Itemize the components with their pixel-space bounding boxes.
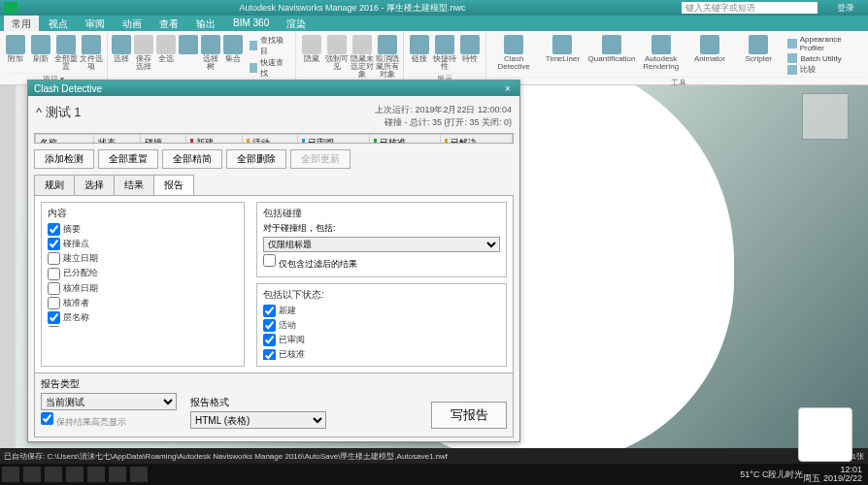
view-cube[interactable] xyxy=(802,93,849,140)
login-link[interactable]: 登录 xyxy=(837,2,854,15)
add-test-button[interactable]: 添加检测 xyxy=(34,149,94,169)
close-icon[interactable]: × xyxy=(502,83,514,94)
subtab[interactable]: 规则 xyxy=(34,175,75,195)
report-type-combo[interactable]: 当前测试 xyxy=(41,393,177,410)
ribbon-button[interactable]: 隐藏 xyxy=(300,33,323,81)
panel-title: Clash Detective xyxy=(34,83,102,94)
compact-all-button[interactable]: 全部精简 xyxy=(162,149,222,169)
tests-grid[interactable]: 名称状态碰撞新建活动已审阅已核准已解决测试 1完成35350000 xyxy=(34,133,514,144)
windows-taskbar[interactable]: 51°C C段儿时光 12:01 周五 2019/2/22 xyxy=(0,464,868,485)
left-dock[interactable] xyxy=(0,85,16,456)
clash-detective-panel: Clash Detective × ^ 测试 1 上次运行: 2019年2月22… xyxy=(27,80,520,442)
status-path: 已自动保存: C:\Users\清沫七七\AppData\Roaming\Aut… xyxy=(4,451,448,462)
ribbon-button[interactable]: Quantification xyxy=(588,33,636,77)
ribbon-button[interactable]: 选择 xyxy=(112,33,132,81)
start-icon[interactable] xyxy=(2,467,19,482)
delete-all-button[interactable]: 全部删除 xyxy=(226,149,286,169)
ribbon-button[interactable]: Animator xyxy=(686,33,733,77)
subtab[interactable]: 报告 xyxy=(153,175,194,195)
ime-avatar[interactable] xyxy=(798,407,852,462)
test-name: ^ 测试 1 xyxy=(36,104,82,129)
ribbon-button[interactable]: 文件选项 xyxy=(80,33,103,73)
ribbon-button[interactable]: 强制可见 xyxy=(325,33,349,81)
ribbon-button[interactable]: 刷新 xyxy=(29,33,52,73)
menu-tab[interactable]: 视点 xyxy=(41,16,76,31)
menu-tab[interactable]: 输出 xyxy=(188,16,223,31)
ribbon-button[interactable]: Clash Detective xyxy=(490,33,537,77)
subtab[interactable]: 结果 xyxy=(114,175,154,195)
ribbon-button[interactable] xyxy=(179,33,199,81)
ribbon-button[interactable]: 集合 xyxy=(223,33,244,81)
ribbon-button[interactable]: 全选 xyxy=(156,33,177,81)
clock[interactable]: 12:01 周五 2019/2/22 xyxy=(803,466,868,483)
menu-tab[interactable]: 渲染 xyxy=(279,16,314,31)
app-title: Autodesk Navisworks Manage 2016 - 厚生楼土建模… xyxy=(23,2,682,15)
reset-all-button[interactable]: 全部重置 xyxy=(98,149,158,169)
ribbon-button[interactable]: 保存选择 xyxy=(134,33,154,81)
ribbon-button[interactable]: 取消隐藏所有对象 xyxy=(376,33,399,81)
ribbon-button[interactable]: TimeLiner xyxy=(539,33,585,77)
ribbon-button[interactable]: 全部重置 xyxy=(54,33,78,73)
ribbon-button[interactable]: Autodesk Rendering xyxy=(638,33,684,77)
subtab[interactable]: 选择 xyxy=(74,175,115,195)
ribbon-button[interactable]: 快捷特性 xyxy=(433,33,456,73)
menu-tab[interactable]: 审阅 xyxy=(78,16,113,31)
menu-tab[interactable]: 查看 xyxy=(151,16,186,31)
filter-chk[interactable] xyxy=(263,254,276,267)
ribbon-button[interactable]: 隐藏未选定对象 xyxy=(351,33,374,81)
group-combo[interactable]: 仅限组标题 xyxy=(263,237,500,252)
ribbon-button[interactable]: 附加 xyxy=(4,33,27,73)
menu-tab[interactable]: BIM 360 xyxy=(225,16,277,31)
ribbon-button[interactable]: 选择树 xyxy=(201,33,221,81)
search-box[interactable]: 键入关键字或短语 xyxy=(682,2,818,14)
app-logo xyxy=(4,2,17,14)
report-format-combo[interactable]: HTML (表格) xyxy=(190,411,326,429)
write-report-button[interactable]: 写报告 xyxy=(431,402,507,429)
menu-tab[interactable]: 常用 xyxy=(4,16,39,31)
update-all-button[interactable]: 全部更新 xyxy=(290,149,351,169)
ribbon-button[interactable]: 链接 xyxy=(408,33,431,73)
ribbon-button[interactable]: 特性 xyxy=(458,33,482,73)
menu-tab[interactable]: 动画 xyxy=(115,16,150,31)
ribbon-button[interactable]: Scripter xyxy=(735,33,782,77)
